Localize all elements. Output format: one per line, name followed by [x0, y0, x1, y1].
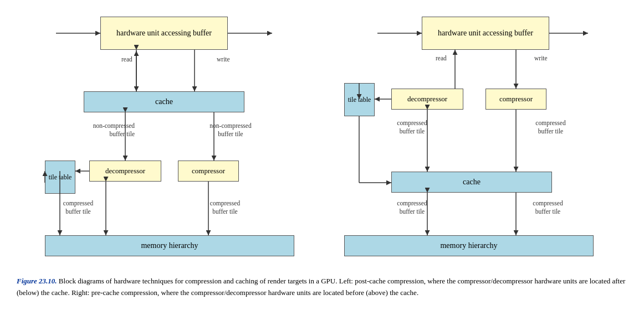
right-read-label: read — [436, 54, 447, 63]
right-compressor: compressor — [485, 89, 546, 110]
left-noncomp-right-label: non-compressed buffer tile — [206, 122, 255, 138]
right-write-label: write — [534, 54, 548, 63]
figure-caption: Figure 23.10. Block diagrams of hardware… — [17, 276, 626, 299]
left-hw-unit: hardware unit accessing buffer — [100, 17, 228, 50]
right-diagram: hardware unit accessing buffer tile tabl… — [339, 11, 605, 266]
right-cache: cache — [391, 172, 552, 193]
left-cache: cache — [84, 91, 244, 112]
left-memory: memory hierarchy — [45, 235, 294, 256]
right-memory: memory hierarchy — [344, 235, 594, 256]
right-comp-bot-right-label: compressed buffer tile — [524, 199, 571, 216]
right-tile-table: tile table — [344, 83, 375, 116]
right-hw-unit: hardware unit accessing buffer — [422, 17, 549, 50]
left-tile-table: tile table — [45, 161, 75, 194]
left-compressor: compressor — [178, 161, 239, 182]
figure-label: Figure 23.10. — [17, 277, 57, 285]
right-decompressor: decompressor — [391, 89, 463, 110]
left-write-label: write — [217, 55, 230, 64]
left-comp-left-label: compressed buffer tile — [56, 199, 100, 216]
left-read-label: read — [121, 55, 132, 64]
diagrams-container: hardware unit accessing buffer cache til… — [17, 11, 627, 266]
left-comp-right-label: compressed buffer tile — [203, 199, 247, 216]
left-decompressor: decompressor — [89, 161, 161, 182]
right-comp-top-right-label: compressed buffer tile — [527, 119, 574, 136]
right-comp-bot-left-label: compressed buffer tile — [389, 199, 436, 216]
right-comp-top-left-label: compressed buffer tile — [389, 119, 436, 136]
caption-text: Block diagrams of hardware techniques fo… — [17, 277, 625, 297]
left-diagram: hardware unit accessing buffer cache til… — [39, 11, 305, 266]
left-noncomp-left-label: non-compressed buffer tile — [85, 122, 135, 138]
